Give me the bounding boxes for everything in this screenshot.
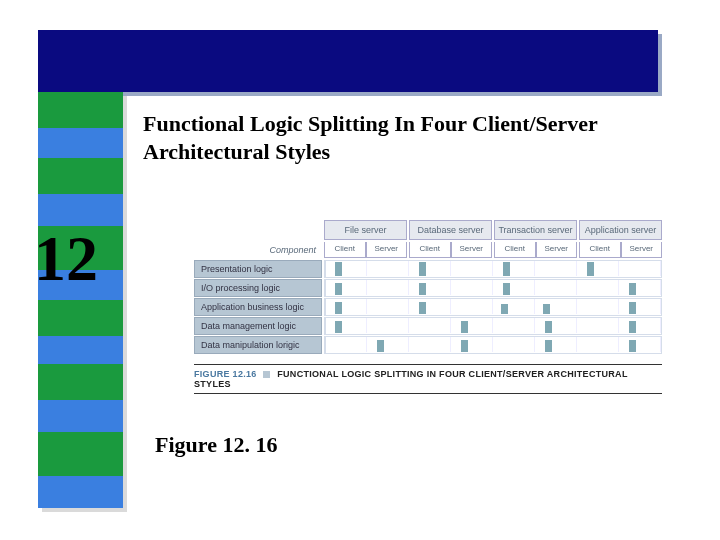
table-row: Data management logic (194, 317, 662, 335)
sub-server: Server (451, 242, 493, 258)
figure-label: Figure 12. 16 (155, 432, 277, 458)
figure-subheader-row: Component ClientServer ClientServer Clie… (194, 242, 662, 258)
figure-number: FIGURE 12.16 (194, 369, 257, 379)
sub-client: Client (579, 242, 621, 258)
sub-server: Server (366, 242, 408, 258)
figure-caption-text: FUNCTIONAL LOGIC SPLITTING IN FOUR CLIEN… (194, 369, 628, 389)
figure-caption: FIGURE 12.16 FUNCTIONAL LOGIC SPLITTING … (194, 364, 662, 394)
slide-title: Functional Logic Splitting In Four Clien… (143, 110, 663, 165)
row-label: I/O processing logic (194, 279, 322, 297)
figure-header-row: File server Database server Transaction … (194, 220, 662, 240)
sub-client: Client (494, 242, 536, 258)
col-database-server: Database server (409, 220, 492, 240)
sub-server: Server (621, 242, 663, 258)
figure-12-16: File server Database server Transaction … (194, 220, 662, 394)
col-transaction-server: Transaction server (494, 220, 577, 240)
sub-client: Client (409, 242, 451, 258)
sub-server: Server (536, 242, 578, 258)
table-row: Application business logic (194, 298, 662, 316)
chapter-number: 12 (34, 222, 98, 296)
sidebar-stripes (38, 92, 123, 508)
table-row: I/O processing logic (194, 279, 662, 297)
component-label: Component (194, 242, 322, 258)
header-bar (38, 30, 658, 92)
col-application-server: Application server (579, 220, 662, 240)
caption-square-icon (263, 371, 270, 378)
table-row: Data manipulation lorigic (194, 336, 662, 354)
row-label: Data management logic (194, 317, 322, 335)
row-label: Presentation logic (194, 260, 322, 278)
sub-client: Client (324, 242, 366, 258)
row-label: Application business logic (194, 298, 322, 316)
col-file-server: File server (324, 220, 407, 240)
table-row: Presentation logic (194, 260, 662, 278)
row-label: Data manipulation lorigic (194, 336, 322, 354)
